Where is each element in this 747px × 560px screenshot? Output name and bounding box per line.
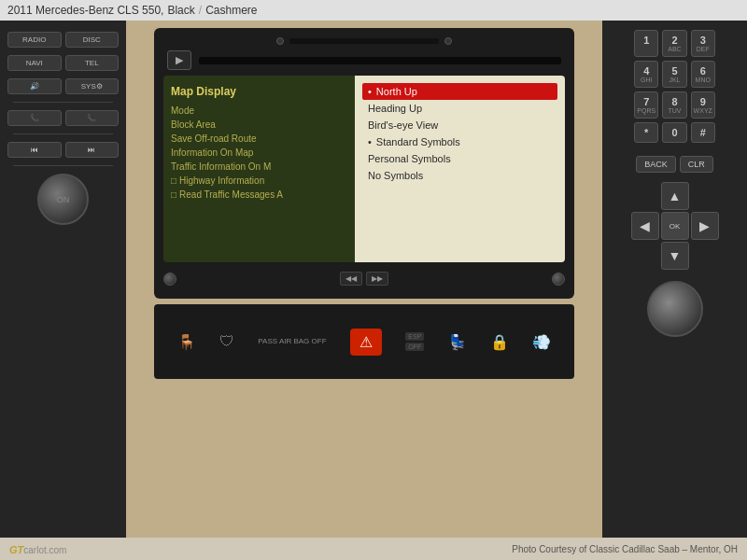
screen-left-menu: Map Display Mode Block Area Save Off-roa… (163, 76, 355, 262)
submenu-no-symbols[interactable]: No Symbols (362, 167, 557, 184)
clr-button[interactable]: CLR (680, 156, 713, 173)
menu-mode[interactable]: Mode (171, 104, 347, 118)
indicator-dot (276, 37, 284, 45)
page-body: RADIO DISC NAVI TEL 🔊 SYS⚙ 📞 📞 ⏮ ⏭ (0, 21, 747, 538)
nav-empty-tl (631, 182, 659, 210)
top-bar: 2011 Mercedes-Benz CLS 550, Black / Cash… (0, 0, 747, 21)
menu-traffic-info[interactable]: Traffic Information On M (171, 160, 347, 174)
standard-symbols-label: Standard Symbols (376, 136, 460, 147)
left-car-controls: RADIO DISC NAVI TEL 🔊 SYS⚙ 📞 📞 ⏮ ⏭ (0, 21, 126, 538)
menu-save-offroad[interactable]: Save Off-road Route (171, 132, 347, 146)
right-car-controls: 1 2ABC 3DEF 4GHI 5JKL 6MNO 7PQRS 8TUV 9W… (602, 21, 747, 538)
heading-up-label: Heading Up (368, 103, 422, 114)
car-title: 2011 Mercedes-Benz CLS 550, (7, 4, 163, 17)
submenu-personal-symbols[interactable]: Personal Symbols (362, 150, 557, 167)
bullet-north-up: • (368, 86, 372, 97)
separator-3 (13, 165, 113, 166)
key-8[interactable]: 8TUV (662, 91, 686, 119)
radio-button[interactable]: RADIO (7, 32, 62, 48)
nav-empty-tr (691, 182, 719, 210)
nav-down-button[interactable]: ▼ (661, 242, 689, 270)
tel-button[interactable]: TEL (65, 55, 120, 71)
nav-empty-br (691, 242, 719, 270)
btn-row-vol-sys: 🔊 SYS⚙ (7, 78, 119, 94)
menu-info-on-map[interactable]: Information On Map (171, 146, 347, 160)
nav-ok-button[interactable]: OK (661, 212, 689, 240)
separator: / (199, 4, 202, 17)
map-display-title: Map Display (171, 85, 347, 98)
navi-button[interactable]: NAVI (7, 55, 62, 71)
large-knob-left[interactable]: ON (37, 174, 89, 225)
small-knob-2[interactable] (552, 273, 565, 286)
back-clr-row: BACK CLR (636, 156, 713, 173)
hu-btn-1[interactable]: ◀◀ (340, 272, 362, 286)
submenu-birds-eye[interactable]: Bird's-eye View (362, 117, 557, 133)
sys-button[interactable]: SYS⚙ (65, 78, 120, 94)
hu-btn-2[interactable]: ▶▶ (366, 272, 388, 286)
phone-hangup-button[interactable]: 📞 (7, 110, 62, 126)
btn-row-radio-disc: RADIO DISC (7, 32, 119, 48)
play-button[interactable]: ▶ (167, 50, 191, 70)
nav-up-button[interactable]: ▲ (661, 182, 689, 210)
key-0[interactable]: 0 (662, 122, 686, 143)
esp-control: ESP OFF (405, 332, 424, 351)
nav-cross: ▲ ◀ OK ▶ ▼ (631, 182, 719, 270)
menu-read-traffic[interactable]: □Read Traffic Messages A (171, 188, 347, 202)
indicator-dot-2 (444, 37, 452, 45)
belt-icon[interactable]: 💺 (448, 333, 467, 351)
phone-answer-button[interactable]: 📞 (65, 110, 120, 126)
lock-icon[interactable]: 🔒 (490, 333, 509, 351)
hazard-button[interactable]: ⚠ (350, 329, 382, 356)
keypad: 1 2ABC 3DEF 4GHI 5JKL 6MNO 7PQRS 8TUV 9W… (634, 30, 715, 143)
submenu-heading-up[interactable]: Heading Up (362, 100, 557, 117)
page-footer: GTcarlot.com Photo Courtesy of Classic C… (0, 538, 747, 560)
key-9[interactable]: 9WXYZ (691, 91, 715, 119)
infotainment-screen: Map Display Mode Block Area Save Off-roa… (163, 76, 565, 262)
key-7[interactable]: 7PQRS (634, 91, 658, 119)
key-star[interactable]: * (634, 122, 658, 143)
seat-icon[interactable]: 🪑 (177, 333, 196, 351)
volume-button[interactable]: 🔊 (7, 78, 62, 94)
fan-icon[interactable]: 💨 (532, 333, 551, 351)
submenu-standard-symbols[interactable]: • Standard Symbols (362, 133, 557, 150)
small-knob-1[interactable] (163, 273, 176, 286)
gt-logo: GT (9, 544, 23, 555)
nav-left-button[interactable]: ◀ (631, 212, 659, 240)
key-5[interactable]: 5JKL (662, 61, 686, 88)
bullet-standard: • (368, 136, 372, 147)
nav-empty-bl (631, 242, 659, 270)
separator-1 (13, 102, 113, 103)
birds-eye-label: Bird's-eye View (368, 119, 438, 131)
next-button[interactable]: ⏭ (65, 142, 120, 158)
personal-symbols-label: Personal Symbols (368, 153, 451, 164)
menu-block-area[interactable]: Block Area (171, 118, 347, 132)
right-main-knob[interactable] (647, 281, 703, 337)
prev-button[interactable]: ⏮ (7, 142, 62, 158)
page: 2011 Mercedes-Benz CLS 550, Black / Cash… (0, 0, 747, 560)
btn-row-phone: 📞 📞 (7, 110, 119, 126)
head-unit: ▶ Map Display Mode Block Area Save Off-r… (154, 28, 574, 299)
menu-highway-info[interactable]: □Highway Information (171, 174, 347, 188)
btn-row-navi-tel: NAVI TEL (7, 55, 119, 71)
disc-button[interactable]: DISC (65, 32, 120, 48)
center-section: ▶ Map Display Mode Block Area Save Off-r… (126, 21, 602, 538)
shield-icon[interactable]: 🛡 (219, 333, 234, 350)
pass-airbag-label: PASS AIR BAG OFF (258, 337, 326, 346)
back-button[interactable]: BACK (636, 156, 676, 173)
media-slot (199, 57, 561, 64)
key-1[interactable]: 1 (634, 30, 658, 57)
key-2[interactable]: 2ABC (662, 30, 686, 57)
bottom-console: 🪑 🛡 PASS AIR BAG OFF ⚠ ESP OFF 💺 🔒 💨 (154, 304, 574, 379)
submenu-north-up[interactable]: • North Up (362, 83, 557, 100)
carlot-logo: carlot.com (23, 545, 66, 555)
key-6[interactable]: 6MNO (691, 61, 715, 88)
key-hash[interactable]: # (691, 122, 715, 143)
car-color: Black (167, 4, 194, 17)
btn-row-prev-next: ⏮ ⏭ (7, 142, 119, 158)
screen-right-submenu: • North Up Heading Up Bird's-eye View • … (355, 76, 565, 262)
car-trim: Cashmere (205, 4, 257, 17)
key-3[interactable]: 3DEF (691, 30, 715, 57)
key-4[interactable]: 4GHI (634, 61, 658, 88)
nav-right-button[interactable]: ▶ (691, 212, 719, 240)
separator-2 (13, 133, 113, 134)
